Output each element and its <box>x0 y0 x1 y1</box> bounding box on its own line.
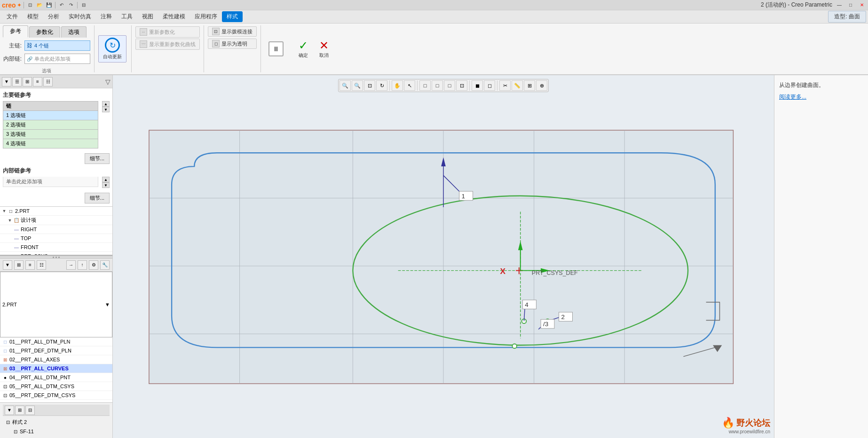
chain-row-2[interactable]: 2 选项链 <box>3 120 98 130</box>
zoom-fit-btn[interactable]: ⊡ <box>364 80 375 91</box>
label-all-dtm-pnt: 04__PRT_ALL_DTM_PNT <box>9 375 71 380</box>
chain-row-4[interactable]: 4 选项链 <box>3 139 98 149</box>
tree-item-all-dtm-pnt[interactable]: ● 04__PRT_ALL_DTM_PNT <box>0 373 112 382</box>
sp-btn1[interactable]: ▼ <box>5 406 14 415</box>
inner-scroll-up[interactable]: ▲ <box>102 177 110 182</box>
confirm-btn[interactable]: ✓ 确定 <box>295 37 312 61</box>
tree-item-style2[interactable]: ⊡ 样式 2 <box>3 418 110 427</box>
menu-flexible[interactable]: 柔性建模 <box>158 11 190 22</box>
tree-item-all-dtm-pln[interactable]: □ 01__PRT_ALL_DTM_PLN <box>0 337 112 346</box>
close-btn[interactable]: ✕ <box>858 1 866 9</box>
bottom-arrow-btn[interactable]: → <box>66 260 76 270</box>
help-link[interactable]: 阅读更多... <box>779 94 806 100</box>
bottom-arrow2-btn[interactable]: ↑ <box>78 260 87 270</box>
inner-ref-add[interactable]: 单击此处添加项 <box>3 177 98 187</box>
axis-btn[interactable]: ⊕ <box>536 80 547 91</box>
pause-btn[interactable]: ⏸ <box>268 41 284 56</box>
bottom-col-btn[interactable]: ≡ <box>25 260 35 270</box>
display-transparent-btn[interactable]: ◻ 显示为透明 <box>208 39 257 49</box>
detail-btn-major[interactable]: 细节... <box>85 153 110 164</box>
zoom-in-btn[interactable]: 🔍 <box>339 80 351 91</box>
menubar: 文件 模型 分析 实时仿真 注释 工具 视图 柔性建模 应用程序 样式 造型: … <box>0 10 868 23</box>
tab-param[interactable]: 参数化 <box>29 26 60 38</box>
inner-scroll-down[interactable]: ▼ <box>102 182 110 188</box>
grid-btn[interactable]: ⊞ <box>524 80 535 91</box>
view-btn[interactable]: ≡ <box>33 77 42 86</box>
zoom-out-btn[interactable]: 🔍 <box>352 80 363 91</box>
label-csys: PRT_CSYS_ <box>21 253 51 255</box>
tab-options[interactable]: 选项 <box>61 26 87 38</box>
view-top-btn[interactable]: □ <box>432 80 443 91</box>
bottom-tree-dropdown[interactable]: 2.PRT ▼ <box>0 272 112 337</box>
minimize-btn[interactable]: — <box>835 1 844 9</box>
viewport[interactable]: 🔍 🔍 ⊡ ↻ ✋ ↖ □ □ □ ⊡ ◼ ◻ ✂ 📏 ⊞ ⊕ <box>113 75 774 438</box>
redo-btn[interactable]: ↷ <box>67 1 75 9</box>
auto-update-btn[interactable]: ↻ 自动更新 <box>98 35 126 63</box>
new-btn[interactable]: ⊡ <box>26 1 34 9</box>
cancel-btn[interactable]: ✕ 取消 <box>316 37 332 61</box>
menu-model[interactable]: 模型 <box>23 11 43 22</box>
menu-file[interactable]: 文件 <box>2 11 23 22</box>
view-3d-btn[interactable]: ⊡ <box>456 80 467 91</box>
sp-btn2[interactable]: ⊞ <box>15 406 24 415</box>
show-reparam-btn[interactable]: 〰 显示重新参数化曲线 <box>135 39 200 50</box>
col-btn[interactable]: ☷ <box>43 77 53 86</box>
tab-ref[interactable]: 参考 <box>3 25 28 38</box>
chain-row-3[interactable]: 3 选项链 <box>3 130 98 139</box>
select-btn[interactable]: ↖ <box>404 80 415 91</box>
ref-panel: 主要链参考 链 1 选项链 2 选项链 <box>0 88 112 207</box>
view-right-btn[interactable]: □ <box>444 80 455 91</box>
rotate-btn[interactable]: ↻ <box>376 80 387 91</box>
menu-tools[interactable]: 工具 <box>117 11 137 22</box>
expand-all-btn[interactable]: ☰ <box>12 77 22 86</box>
chain-row-1[interactable]: 1 选项链 <box>3 111 98 120</box>
undo-btn[interactable]: ↶ <box>57 1 66 9</box>
tree-item-def-dtm-csys[interactable]: ⊡ 05__PRT_DEF_DTM_CSYS <box>0 391 112 400</box>
measure-btn[interactable]: 📏 <box>512 80 523 91</box>
menu-analysis[interactable]: 分析 <box>43 11 64 22</box>
view-front-btn[interactable]: □ <box>419 80 431 91</box>
svg-text:2: 2 <box>561 313 565 321</box>
filter-btn[interactable]: ▼ <box>2 77 11 86</box>
menu-simulation[interactable]: 实时仿真 <box>64 11 96 22</box>
settings-btn[interactable]: ⊞ <box>23 77 32 86</box>
tree-item-csys[interactable]: ⊕ PRT_CSYS_ <box>0 252 112 255</box>
menu-view[interactable]: 视图 <box>137 11 158 22</box>
filter-icon: ▽ <box>105 78 110 86</box>
bottom-expand-btn[interactable]: ⊞ <box>14 260 24 270</box>
tree-item-top[interactable]: — TOP <box>0 234 112 243</box>
detail-btn-inner[interactable]: 细节... <box>85 193 110 203</box>
tree-item-all-axes[interactable]: ⊠ 02__PRT_ALL_AXES <box>0 355 112 364</box>
section-btn[interactable]: ✂ <box>499 80 511 91</box>
menu-apps[interactable]: 应用程序 <box>190 11 222 22</box>
inner-chain-input[interactable]: 🔗 单击此处添加项 <box>24 54 90 64</box>
tree-item-design[interactable]: ▼ 📋 设计项 <box>0 216 112 225</box>
tree-item-front[interactable]: — FRONT <box>0 243 112 252</box>
reparametrize-btn[interactable]: ↔ 重新参数化 <box>135 26 200 38</box>
scroll-up[interactable]: ▲ <box>102 101 110 107</box>
menu-annotation[interactable]: 注释 <box>96 11 117 22</box>
sp-btn3[interactable]: ⊟ <box>25 406 35 415</box>
save-btn[interactable]: 💾 <box>45 1 53 9</box>
display-connection-btn[interactable]: ⊡ 显示拨模连接 <box>208 26 257 37</box>
bottom-view-btn[interactable]: ☷ <box>37 260 46 270</box>
menu-style[interactable]: 样式 <box>222 11 243 22</box>
maximize-btn[interactable]: □ <box>846 1 855 9</box>
pan-btn[interactable]: ✋ <box>392 80 403 91</box>
tree-item-def-dtm-pln[interactable]: □ 01__PRT_DEF_DTM_PLN <box>0 346 112 355</box>
bottom-settings-btn2[interactable]: ⚙ <box>89 260 98 270</box>
bottom-filter-btn[interactable]: ▼ <box>3 260 12 270</box>
tree-item-right[interactable]: — RIGHT <box>0 225 112 234</box>
tree-item-all-curves[interactable]: ⊠ 03__PRT_ALL_CURVES <box>0 364 112 373</box>
tree-item-prt[interactable]: ▼ □ 2.PRT <box>0 207 112 216</box>
shading-btn[interactable]: ◼ <box>472 80 483 91</box>
wireframe-btn[interactable]: ◻ <box>484 80 495 91</box>
open-btn[interactable]: 📂 <box>35 1 44 9</box>
tree-item-all-dtm-csys[interactable]: ⊡ 05__PRT_ALL_DTM_CSYS <box>0 382 112 391</box>
misc-btn[interactable]: ⊟ <box>79 1 88 9</box>
major-chain-input[interactable]: ⛓ 4 个链 <box>24 40 90 51</box>
tree-item-sf11[interactable]: ⊡ SF-11 <box>3 427 110 436</box>
transparent-icon: ◻ <box>212 40 220 47</box>
scroll-down[interactable]: ▼ <box>102 107 110 112</box>
bottom-gear-btn[interactable]: 🔧 <box>100 260 110 270</box>
